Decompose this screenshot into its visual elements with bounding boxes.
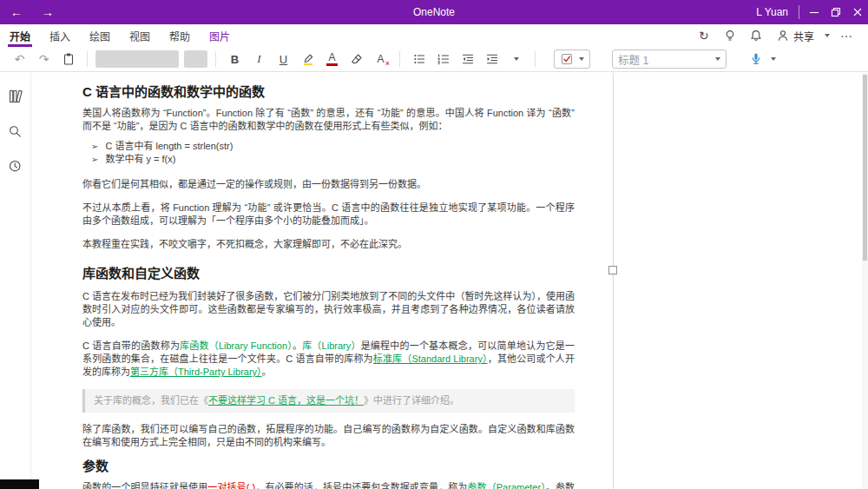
bold-button[interactable]: B — [224, 50, 246, 69]
paragraph: 你看它们是何其相似，都是通过一定的操作或规则，由一份数据得到另一份数据。 — [82, 178, 575, 191]
font-size-box[interactable] — [184, 50, 207, 68]
restore-button[interactable] — [825, 0, 846, 24]
page-width-handle[interactable] — [608, 266, 617, 274]
share-button[interactable]: 共享 — [773, 29, 818, 43]
link-parameter[interactable]: 参数（Parameter） — [467, 482, 545, 489]
italic-button[interactable]: I — [248, 50, 270, 69]
paragraph: 函数的一个明显特征就是使用一对括号( )，有必要的话，括号中还要包含数据或变量，… — [82, 481, 575, 489]
text-segment: ，有必要的话，括号中还要包含数据或变量，称为 — [255, 482, 467, 489]
highlighter-icon[interactable] — [297, 50, 319, 69]
tab-help[interactable]: 帮助 — [160, 24, 200, 47]
todo-checkbox-icon — [560, 52, 574, 66]
search-icon[interactable] — [5, 121, 26, 142]
list-item: ➢数学中有 y = f(x) — [82, 153, 575, 166]
close-button[interactable] — [846, 0, 868, 24]
sync-icon[interactable]: ↻ — [694, 26, 713, 45]
toolbar-divider — [215, 51, 216, 67]
forward-icon[interactable]: → — [42, 0, 54, 24]
scrollbar-thumb[interactable] — [863, 75, 867, 261]
tab-draw[interactable]: 绘图 — [80, 24, 120, 47]
heading-style-value: 标题 1 — [618, 51, 648, 68]
quick-format-toolbar: ↶ ↷ B I U A A × 标题 1 — [0, 47, 868, 72]
chevron-down-icon — [579, 57, 584, 61]
link-library-function[interactable]: 库函数（Library Function） — [180, 340, 293, 351]
chevron-down-icon[interactable] — [825, 34, 830, 37]
chevron-down-icon — [715, 57, 720, 61]
note-box: 关于库的概念，我们已在《不要这样学习 C 语言，这是一个坑！》中进行了详细介绍。 — [82, 389, 575, 413]
microphone-icon[interactable] — [745, 50, 766, 69]
ribbon-right-icons: ↻ 共享 ⋯ — [694, 24, 868, 47]
text-segment: 。 — [293, 340, 302, 351]
list-item: ➢C 语言中有 length = strlen(str) — [82, 140, 575, 153]
vertical-scrollbar[interactable] — [862, 73, 868, 489]
link-standard-library[interactable]: 标准库（Standard Library） — [373, 354, 488, 364]
back-icon[interactable]: ← — [10, 0, 23, 24]
bottom-left-overlay — [0, 479, 39, 489]
bell-icon[interactable] — [746, 26, 766, 45]
eraser-icon[interactable] — [345, 50, 367, 69]
link-library[interactable]: 库（Library） — [302, 340, 360, 351]
tab-insert[interactable]: 插入 — [40, 24, 80, 47]
paragraph: 美国人将函数称为 “Function”。Function 除了有 “函数” 的意… — [82, 107, 575, 133]
toolbar-divider — [399, 51, 400, 67]
toolbar-divider — [535, 51, 536, 67]
share-person-icon — [776, 29, 790, 43]
tab-home[interactable]: 开始 — [0, 24, 40, 47]
note-document: C 语言中的函数和数学中的函数 美国人将函数称为 “Function”。Func… — [82, 83, 575, 489]
toolbar-divider — [87, 51, 88, 67]
paragraph: 不过从本质上看，将 Function 理解为 “功能” 或许更恰当。C 语言中的… — [82, 202, 575, 228]
titlebar: ← → OneNote L Yuan — [0, 0, 868, 24]
code-highlight: 一对括号( ) — [207, 482, 255, 489]
link-third-party-library[interactable]: 第三方库（Third-Party Library） — [130, 367, 262, 377]
tab-picture[interactable]: 图片 — [200, 24, 240, 47]
clear-formatting-x: × — [385, 60, 390, 68]
font-color-letter: A — [328, 52, 335, 63]
paragraph: 本教程重在实践，不咬文嚼字，不死扣概念，大家理解即可，不必在此深究。 — [82, 238, 575, 251]
arrow-bullet-icon: ➢ — [91, 155, 98, 164]
text-segment: 关于库的概念，我们已在《 — [94, 395, 208, 406]
heading-style-select[interactable]: 标题 1 — [612, 50, 727, 69]
arrow-bullet-icon: ➢ — [91, 142, 98, 151]
text-segment: 。 — [262, 367, 272, 377]
doc-title: C 语言中的函数和数学中的函数 — [82, 83, 575, 100]
tab-view[interactable]: 视图 — [120, 24, 160, 47]
paste-icon[interactable] — [57, 50, 79, 69]
lightbulb-icon[interactable] — [720, 26, 740, 45]
left-sidebar — [0, 73, 31, 489]
account-name[interactable]: L Yuan — [756, 6, 788, 18]
titlebar-separator — [799, 5, 799, 19]
paragraph: C 语言自带的函数称为库函数（Library Function）。库（Libra… — [82, 340, 575, 379]
outdent-icon[interactable] — [457, 50, 478, 69]
undo-icon[interactable]: ↶ — [9, 50, 30, 69]
article-link[interactable]: 不要这样学习 C 语言，这是一个坑！ — [208, 395, 364, 406]
clear-formatting-letter: A — [377, 54, 384, 64]
text-segment: 函数的一个明显特征就是使用 — [82, 482, 207, 489]
underline-button[interactable]: U — [273, 50, 294, 69]
app-title: OneNote — [0, 6, 868, 18]
dictate-control — [745, 50, 776, 69]
nav-arrows: ← → — [0, 0, 54, 24]
todo-tag-dropdown[interactable] — [554, 50, 590, 69]
notebooks-icon[interactable] — [5, 86, 26, 107]
list-options-chevron-icon[interactable] — [505, 50, 527, 69]
section-heading: 库函数和自定义函数 — [82, 265, 575, 281]
font-color-bar — [326, 63, 338, 66]
ribbon-tab-bar: 开始 插入 绘图 视图 帮助 图片 ↻ 共享 ⋯ — [0, 24, 868, 47]
page-width-divider — [613, 73, 614, 489]
paragraph: C 语言在发布时已经为我们封装好了很多函数，它们被分门别类地放到了不同的头文件中… — [82, 290, 575, 329]
numbered-list-icon[interactable] — [432, 50, 454, 69]
redo-icon[interactable]: ↷ — [33, 50, 55, 69]
minimize-button[interactable] — [803, 0, 825, 24]
text-segment: C 语言自带的函数称为 — [82, 340, 180, 351]
font-color-icon[interactable]: A — [321, 50, 343, 69]
font-name-box[interactable] — [95, 50, 179, 68]
more-options-icon[interactable]: ⋯ — [837, 26, 856, 45]
clear-formatting-icon[interactable]: A × — [370, 50, 391, 69]
chevron-down-icon[interactable] — [771, 57, 776, 61]
text-segment: 》中进行了详细介绍。 — [364, 395, 459, 406]
page-canvas[interactable]: C 语言中的函数和数学中的函数 美国人将函数称为 “Function”。Func… — [32, 73, 862, 489]
bullet-list-icon[interactable] — [408, 50, 430, 69]
indent-icon[interactable] — [481, 50, 503, 69]
text-segment: 数学中有 y = f(x) — [105, 154, 175, 164]
recent-notes-icon[interactable] — [5, 155, 26, 176]
